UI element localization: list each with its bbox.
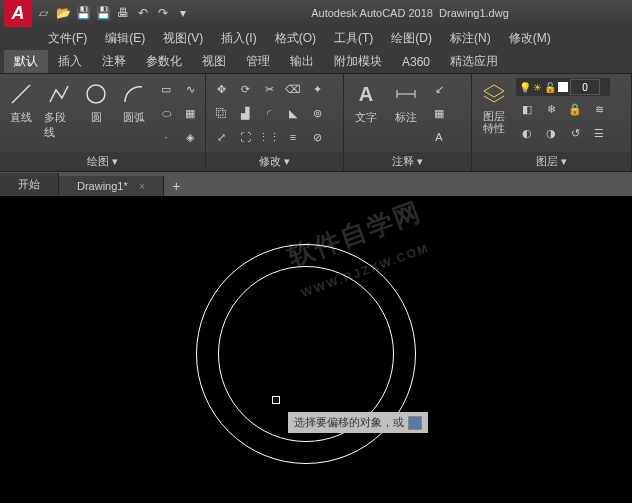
spline-icon[interactable]: ∿ (179, 78, 201, 100)
break-icon[interactable]: ⊘ (306, 126, 328, 148)
layer-color-icon[interactable] (558, 82, 568, 92)
tab-close-icon[interactable]: × (139, 180, 145, 192)
chamfer-icon[interactable]: ◣ (282, 102, 304, 124)
new-icon[interactable]: ▱ (34, 4, 52, 22)
titlebar: A ▱ 📂 💾 💾 🖶 ↶ ↷ ▾ Autodesk AutoCAD 2018 … (0, 0, 632, 26)
command-tooltip: 选择要偏移的对象，或 (288, 412, 428, 433)
panel-annotate-title[interactable]: 注释 ▾ (344, 152, 471, 171)
ribbon-tabs: 默认 插入 注释 参数化 视图 管理 输出 附加模块 A360 精选应用 (0, 50, 632, 74)
rtab-manage[interactable]: 管理 (236, 50, 280, 73)
layer-match-icon[interactable]: ≋ (588, 98, 610, 120)
menu-modify[interactable]: 修改(M) (501, 28, 559, 49)
panel-modify-title[interactable]: 修改 ▾ (206, 152, 343, 171)
layer-off-icon[interactable]: ◐ (516, 122, 538, 144)
svg-point-1 (87, 85, 105, 103)
layer-iso-icon[interactable]: ◧ (516, 98, 538, 120)
copy-icon[interactable]: ⿻ (210, 102, 232, 124)
print-icon[interactable]: 🖶 (114, 4, 132, 22)
panel-draw-title[interactable]: 绘图 ▾ (0, 152, 205, 171)
menu-tools[interactable]: 工具(T) (326, 28, 381, 49)
app-logo[interactable]: A (4, 0, 32, 27)
tool-arc[interactable]: 圆弧 (117, 78, 151, 127)
erase-icon[interactable]: ⌫ (282, 78, 304, 100)
save-icon[interactable]: 💾 (74, 4, 92, 22)
polyline-icon (45, 80, 73, 108)
undo-icon[interactable]: ↶ (134, 4, 152, 22)
layers-icon (480, 80, 508, 108)
tool-layerprops[interactable]: 图层 特性 (476, 78, 512, 136)
layer-name-input[interactable] (570, 79, 600, 95)
svg-line-0 (12, 85, 30, 103)
qat-dropdown-icon[interactable]: ▾ (174, 4, 192, 22)
rtab-output[interactable]: 输出 (280, 50, 324, 73)
tool-line[interactable]: 直线 (4, 78, 38, 127)
align-icon[interactable]: ≡ (282, 126, 304, 148)
rtab-a360[interactable]: A360 (392, 52, 440, 72)
redo-icon[interactable]: ↷ (154, 4, 172, 22)
tab-drawing1[interactable]: Drawing1* × (59, 176, 164, 196)
tool-polyline[interactable]: 多段线 (42, 78, 76, 142)
text-icon: A (352, 80, 380, 108)
ellipse-icon[interactable]: ⬭ (155, 102, 177, 124)
tooltip-dropdown-icon[interactable] (408, 416, 422, 430)
hatch-icon[interactable]: ▦ (179, 102, 201, 124)
trim-icon[interactable]: ✂ (258, 78, 280, 100)
drawing-canvas[interactable]: 软件自学网WWW.RJZXW.COM 选择要偏移的对象，或 (0, 196, 632, 503)
lock-icon[interactable]: 🔓 (544, 82, 556, 93)
mirror-icon[interactable]: ▟ (234, 102, 256, 124)
layer-freeze-icon[interactable]: ❄ (540, 98, 562, 120)
bulb-icon[interactable]: 💡 (519, 82, 531, 93)
table-icon[interactable]: ▦ (428, 102, 450, 124)
move-icon[interactable]: ✥ (210, 78, 232, 100)
arc-icon (120, 80, 148, 108)
tool-circle[interactable]: 圆 (80, 78, 114, 127)
mtext-icon[interactable]: A (428, 126, 450, 148)
tab-start[interactable]: 开始 (0, 173, 59, 196)
line-icon (7, 80, 35, 108)
rtab-featured[interactable]: 精选应用 (440, 50, 508, 73)
offset-icon[interactable]: ⊚ (306, 102, 328, 124)
ribbon: 直线 多段线 圆 圆弧 ▭ ∿ ⬭ ▦ · ◈ 绘图 ▾ ✥ ⟳ ✂ ⌫ ✦ ⿻… (0, 74, 632, 172)
menubar: 文件(F) 编辑(E) 视图(V) 插入(I) 格式(O) 工具(T) 绘图(D… (0, 26, 632, 50)
panel-modify: ✥ ⟳ ✂ ⌫ ✦ ⿻ ▟ ◜ ◣ ⊚ ⤢ ⛶ ⋮⋮ ≡ ⊘ 修改 ▾ (206, 74, 344, 171)
region-icon[interactable]: ◈ (179, 126, 201, 148)
scale-icon[interactable]: ⛶ (234, 126, 256, 148)
rtab-view[interactable]: 视图 (192, 50, 236, 73)
tool-text[interactable]: A 文字 (348, 78, 384, 127)
point-icon[interactable]: · (155, 126, 177, 148)
pick-cursor (272, 396, 280, 404)
menu-edit[interactable]: 编辑(E) (97, 28, 153, 49)
fillet-icon[interactable]: ◜ (258, 102, 280, 124)
menu-insert[interactable]: 插入(I) (213, 28, 264, 49)
saveas-icon[interactable]: 💾 (94, 4, 112, 22)
layer-lock-icon[interactable]: 🔒 (564, 98, 586, 120)
panel-layer: 图层 特性 💡 ☀ 🔓 ◧ ❄ 🔒 ≋ ◐ ◑ ↺ ☰ 图层 ▾ (472, 74, 632, 171)
rtab-param[interactable]: 参数化 (136, 50, 192, 73)
leader-icon[interactable]: ↙ (428, 78, 450, 100)
array-icon[interactable]: ⋮⋮ (258, 126, 280, 148)
circle-icon (82, 80, 110, 108)
quick-access-toolbar: ▱ 📂 💾 💾 🖶 ↶ ↷ ▾ (34, 4, 192, 22)
layer-prev-icon[interactable]: ↺ (564, 122, 586, 144)
menu-file[interactable]: 文件(F) (40, 28, 95, 49)
layer-state-icon[interactable]: ☰ (588, 122, 610, 144)
explode-icon[interactable]: ✦ (306, 78, 328, 100)
rtab-default[interactable]: 默认 (4, 50, 48, 73)
menu-format[interactable]: 格式(O) (267, 28, 324, 49)
rtab-addins[interactable]: 附加模块 (324, 50, 392, 73)
stretch-icon[interactable]: ⤢ (210, 126, 232, 148)
sun-icon[interactable]: ☀ (533, 82, 542, 93)
tool-dimension[interactable]: 标注 (388, 78, 424, 127)
document-tabs: 开始 Drawing1* × + (0, 172, 632, 196)
rtab-annotate[interactable]: 注释 (92, 50, 136, 73)
add-tab-button[interactable]: + (164, 176, 188, 196)
rectangle-icon[interactable]: ▭ (155, 78, 177, 100)
open-icon[interactable]: 📂 (54, 4, 72, 22)
menu-draw[interactable]: 绘图(D) (383, 28, 440, 49)
rotate-icon[interactable]: ⟳ (234, 78, 256, 100)
panel-layer-title[interactable]: 图层 ▾ (472, 152, 631, 171)
menu-dimension[interactable]: 标注(N) (442, 28, 499, 49)
menu-view[interactable]: 视图(V) (155, 28, 211, 49)
layer-on-icon[interactable]: ◑ (540, 122, 562, 144)
rtab-insert[interactable]: 插入 (48, 50, 92, 73)
